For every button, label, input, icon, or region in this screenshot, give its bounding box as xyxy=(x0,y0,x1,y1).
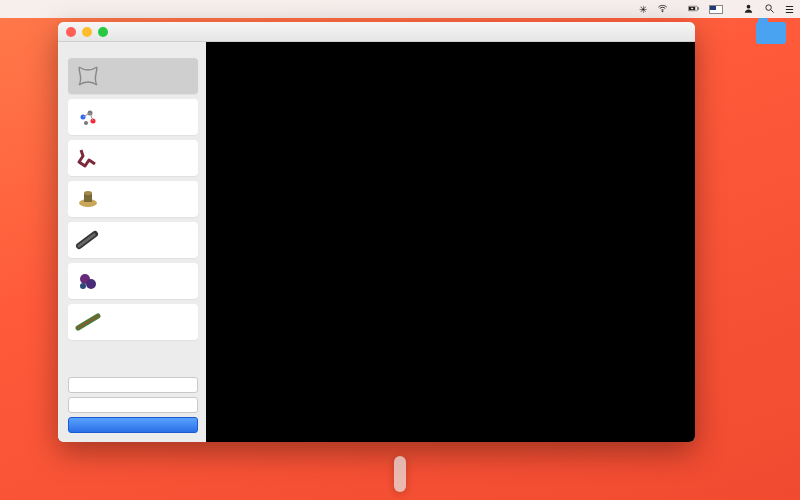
svg-point-17 xyxy=(86,279,96,289)
user-icon[interactable] xyxy=(743,3,754,16)
battery-icon[interactable] xyxy=(688,3,699,16)
example-carbon-nanotube[interactable] xyxy=(68,222,198,258)
trna-thumb-icon xyxy=(74,145,102,171)
molecule-viewport[interactable] xyxy=(206,42,695,442)
pump-thumb-icon xyxy=(74,186,102,212)
svg-point-10 xyxy=(84,121,88,125)
dna-thumb-icon xyxy=(74,63,102,89)
menu-bar-right: ✳︎ ☰ xyxy=(639,3,794,16)
spotlight-icon[interactable] xyxy=(764,3,775,16)
ncbi-database-button[interactable] xyxy=(68,397,198,413)
input-source-us-icon[interactable] xyxy=(709,5,723,14)
caffeine-thumb-icon xyxy=(74,104,102,130)
example-insulin[interactable] xyxy=(68,263,198,299)
sidebar xyxy=(58,42,206,442)
dock xyxy=(394,456,406,492)
wechat-status-icon[interactable]: ✳︎ xyxy=(639,4,647,15)
example-caffeine[interactable] xyxy=(68,99,198,135)
close-button[interactable] xyxy=(66,27,76,37)
example-theoretical-bearing[interactable] xyxy=(68,304,198,340)
example-transfer-rna[interactable] xyxy=(68,140,198,176)
example-dna-segment[interactable] xyxy=(68,58,198,94)
dna-rendering xyxy=(206,42,695,442)
svg-line-6 xyxy=(771,9,774,12)
svg-point-0 xyxy=(662,10,663,11)
minimize-button[interactable] xyxy=(82,27,92,37)
insulin-thumb-icon xyxy=(74,268,102,294)
zoom-button[interactable] xyxy=(98,27,108,37)
open-other-button[interactable] xyxy=(68,417,198,433)
window-titlebar[interactable] xyxy=(58,22,695,42)
example-atom-pump[interactable] xyxy=(68,181,198,217)
svg-point-15 xyxy=(84,191,92,195)
svg-rect-3 xyxy=(698,7,699,10)
desktop-folder-screenshots[interactable] xyxy=(756,22,786,46)
rcsb-database-button[interactable] xyxy=(68,377,198,393)
traffic-lights xyxy=(66,27,108,37)
folder-icon xyxy=(756,22,786,44)
svg-point-18 xyxy=(80,283,86,289)
nanotube-thumb-icon xyxy=(74,227,102,253)
svg-point-4 xyxy=(747,4,751,8)
example-list xyxy=(68,58,198,340)
notification-center-icon[interactable]: ☰ xyxy=(785,4,794,15)
dock-area xyxy=(0,456,800,500)
svg-point-5 xyxy=(766,4,772,10)
bearing-thumb-icon xyxy=(74,309,102,335)
app-window xyxy=(58,22,695,442)
wifi-icon[interactable] xyxy=(657,3,668,16)
menu-bar: ✳︎ ☰ xyxy=(0,0,800,18)
